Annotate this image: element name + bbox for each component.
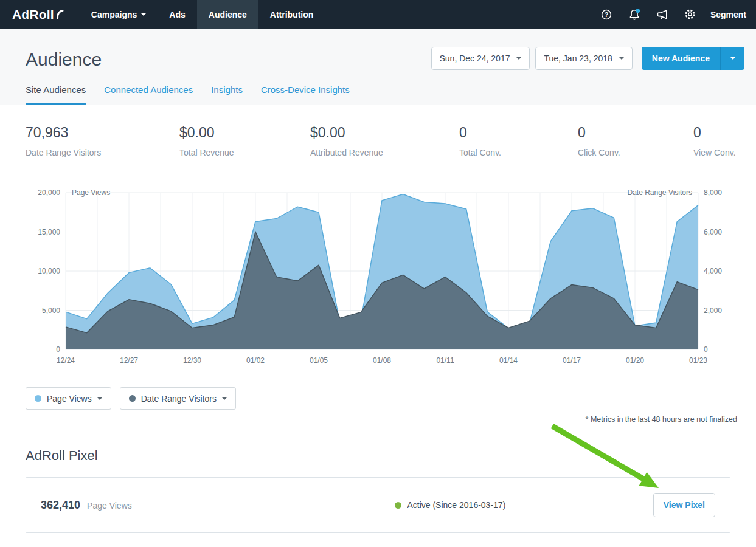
svg-text:01/14: 01/14 — [499, 356, 518, 365]
svg-text:01/05: 01/05 — [310, 356, 328, 365]
stats-row: 70,963 Date Range Visitors $0.00 Total R… — [0, 105, 756, 172]
bell-icon[interactable] — [620, 0, 648, 29]
logo-text: AdRoll — [12, 7, 54, 22]
svg-text:8,000: 8,000 — [704, 188, 722, 197]
stat-label: View Conv. — [693, 148, 736, 157]
stat-label: Attributed Revenue — [310, 148, 459, 157]
stat-value: 0 — [693, 125, 736, 141]
stat-label: Total Conv. — [459, 148, 578, 157]
svg-text:15,000: 15,000 — [38, 228, 60, 236]
svg-text:12/24: 12/24 — [57, 356, 75, 365]
pixel-status: Active (Since 2016-03-17) — [248, 500, 653, 510]
stat-attributed-revenue: $0.00 Attributed Revenue — [310, 125, 459, 157]
svg-text:?: ? — [605, 12, 608, 18]
date-range-visitors-color-dot — [129, 395, 136, 402]
svg-text:0: 0 — [704, 345, 708, 354]
pixel-status-text: Active (Since 2016-03-17) — [407, 500, 505, 510]
pixel-page-views: 362,410 Page Views — [41, 499, 248, 512]
pixel-page-views-label: Page Views — [87, 501, 132, 511]
stat-date-range-visitors: 70,963 Date Range Visitors — [26, 125, 179, 157]
tab-insights[interactable]: Insights — [211, 84, 243, 105]
new-audience-button[interactable]: New Audience — [642, 47, 720, 70]
view-pixel-button[interactable]: View Pixel — [653, 493, 715, 517]
stat-value: 0 — [578, 125, 693, 141]
status-dot — [395, 502, 401, 509]
end-date-picker[interactable]: Tue, Jan 23, 2018 — [535, 47, 632, 70]
adroll-pixel-card: 362,410 Page Views Active (Since 2016-03… — [26, 477, 730, 533]
adroll-logo[interactable]: AdRoll — [0, 0, 71, 29]
start-date-picker[interactable]: Sun, Dec 24, 2017 — [431, 47, 530, 70]
svg-text:01/08: 01/08 — [373, 356, 391, 365]
chart-canvas: 05,00010,00015,00020,00002,0004,0006,000… — [26, 187, 730, 370]
stat-view-conv: 0 View Conv. — [693, 125, 736, 157]
metrics-footnote: * Metrics in the last 48 hours are not f… — [0, 415, 737, 424]
svg-text:20,000: 20,000 — [38, 188, 60, 197]
main-navigation: Campaigns Ads Audience Attribution — [80, 0, 325, 29]
chevron-down-icon — [619, 57, 624, 60]
stat-value: 0 — [459, 125, 578, 141]
gear-icon[interactable] — [676, 0, 704, 29]
svg-text:01/02: 01/02 — [246, 356, 265, 365]
chart-legend: Page Views Date Range Visitors — [26, 387, 730, 410]
date-range-visitors-legend-dropdown[interactable]: Date Range Visitors — [120, 387, 236, 410]
stat-label: Click Conv. — [578, 148, 693, 157]
svg-text:01/20: 01/20 — [626, 356, 644, 365]
adroll-pixel-heading: AdRoll Pixel — [26, 448, 730, 464]
nav-attribution[interactable]: Attribution — [258, 0, 325, 29]
svg-text:01/23: 01/23 — [689, 356, 707, 365]
tab-site-audiences[interactable]: Site Audiences — [26, 84, 86, 105]
chevron-down-icon — [97, 397, 102, 400]
tab-connected-audiences[interactable]: Connected Audiences — [104, 84, 193, 105]
nav-ads-label: Ads — [169, 10, 185, 19]
megaphone-icon[interactable] — [648, 0, 676, 29]
svg-text:6,000: 6,000 — [704, 228, 722, 236]
stat-total-conv: 0 Total Conv. — [459, 125, 578, 157]
start-date-label: Sun, Dec 24, 2017 — [440, 53, 510, 63]
chevron-down-icon — [516, 57, 521, 60]
page-views-color-dot — [35, 395, 41, 402]
pixel-page-views-value: 362,410 — [41, 499, 80, 512]
chevron-down-icon — [730, 57, 735, 60]
header-controls: Sun, Dec 24, 2017 Tue, Jan 23, 2018 New … — [431, 47, 745, 70]
svg-text:12/30: 12/30 — [183, 356, 201, 365]
svg-text:12/27: 12/27 — [120, 356, 138, 365]
stat-label: Date Range Visitors — [26, 148, 179, 157]
stat-label: Total Revenue — [179, 148, 310, 157]
chevron-down-icon — [141, 13, 146, 16]
svg-text:10,000: 10,000 — [38, 267, 60, 275]
svg-text:0: 0 — [56, 345, 60, 354]
page-title: Audience — [26, 49, 102, 70]
page-views-legend-label: Page Views — [47, 394, 92, 404]
page-header: Audience Sun, Dec 24, 2017 Tue, Jan 23, … — [0, 29, 756, 105]
header-top-row: Audience Sun, Dec 24, 2017 Tue, Jan 23, … — [0, 43, 756, 70]
audience-area-chart: 05,00010,00015,00020,00002,0004,0006,000… — [26, 187, 730, 373]
tab-cross-device-insights[interactable]: Cross-Device Insights — [261, 84, 350, 105]
help-icon[interactable]: ? — [592, 0, 620, 29]
nav-ads[interactable]: Ads — [158, 0, 196, 29]
stat-total-revenue: $0.00 Total Revenue — [179, 125, 310, 157]
nav-audience[interactable]: Audience — [197, 0, 258, 29]
nav-campaigns[interactable]: Campaigns — [80, 0, 158, 29]
stat-value: $0.00 — [310, 125, 459, 141]
navbar-right: ? Segment — [592, 0, 756, 29]
segment-menu[interactable]: Segment — [710, 10, 746, 19]
audience-tabs: Site Audiences Connected Audiences Insig… — [0, 70, 756, 105]
logo-swoosh-icon — [56, 9, 64, 19]
chevron-down-icon — [222, 397, 227, 400]
new-audience-split-button: New Audience — [642, 47, 744, 70]
nav-attribution-label: Attribution — [270, 10, 314, 19]
top-navbar: AdRoll Campaigns Ads Audience Attributio… — [0, 0, 756, 29]
svg-text:5,000: 5,000 — [42, 306, 60, 315]
svg-text:4,000: 4,000 — [704, 267, 722, 275]
new-audience-dropdown-button[interactable] — [720, 47, 744, 70]
stat-value: 70,963 — [26, 125, 179, 141]
stat-click-conv: 0 Click Conv. — [578, 125, 693, 157]
svg-text:01/17: 01/17 — [563, 356, 581, 365]
date-range-visitors-legend-label: Date Range Visitors — [141, 394, 217, 404]
svg-text:2,000: 2,000 — [704, 306, 722, 315]
page-views-legend-dropdown[interactable]: Page Views — [26, 387, 111, 410]
nav-audience-label: Audience — [209, 10, 247, 19]
svg-text:01/11: 01/11 — [436, 356, 454, 365]
svg-text:Date Range Visitors: Date Range Visitors — [628, 188, 693, 197]
stat-value: $0.00 — [179, 125, 310, 141]
